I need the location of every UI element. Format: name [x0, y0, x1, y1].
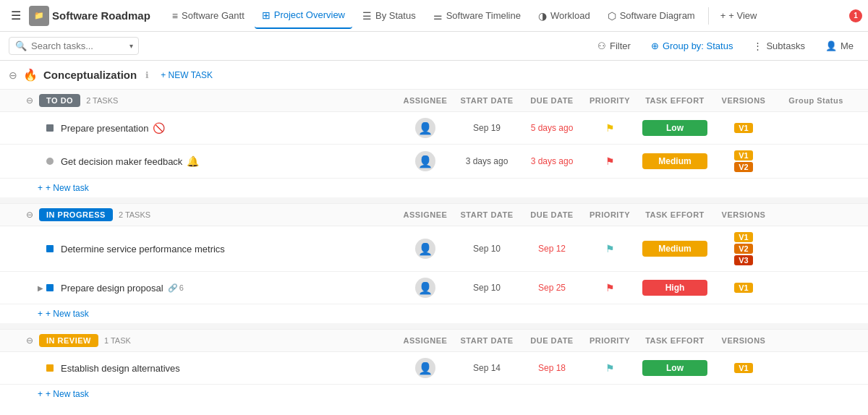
new-task-inprogress[interactable]: + + New task — [0, 304, 868, 323]
workload-icon: ◑ — [538, 10, 547, 22]
tab-overview[interactable]: ⊞ Project Overview — [255, 3, 352, 29]
task-effort[interactable]: Low — [635, 120, 715, 136]
tab-diagram[interactable]: ⬡ Software Diagram — [600, 3, 702, 29]
task-effort[interactable]: Low — [635, 360, 715, 376]
col-header-priority: PRIORITY — [584, 96, 635, 105]
group-inreview-toggle[interactable]: ⊖ — [26, 335, 33, 346]
tab-gantt[interactable]: ≡ Software Gantt — [165, 3, 252, 29]
task-expand-icon[interactable]: ▶ — [38, 284, 43, 292]
tab-workload[interactable]: ◑ Workload — [531, 3, 597, 29]
task-name[interactable]: Prepare presentation 🚫 — [61, 122, 396, 134]
version-badge-v1[interactable]: V1 — [734, 150, 752, 161]
task-startdate: 3 days ago — [454, 156, 519, 166]
version-badges: V1 — [715, 363, 773, 373]
priority-flag-icon: ⚑ — [605, 282, 615, 294]
tab-timeline[interactable]: ⚌ Software Timeline — [426, 3, 528, 29]
section-info-icon[interactable]: ℹ — [145, 70, 149, 80]
timeline-icon: ⚌ — [433, 10, 443, 22]
task-row[interactable]: ▶ Establish design alternatives 👤 Sep 14… — [0, 352, 868, 385]
effort-badge[interactable]: Low — [642, 360, 707, 376]
task-priority: ⚑ — [584, 122, 635, 134]
task-effort[interactable]: Medium — [635, 153, 715, 169]
task-versions: V1 — [715, 123, 773, 133]
me-button[interactable]: 👤 Me — [820, 38, 859, 54]
col-header-priority3: PRIORITY — [584, 336, 635, 345]
priority-flag-icon: ⚑ — [605, 122, 615, 134]
inreview-task-count: 1 TASK — [104, 336, 131, 345]
task-priority: ⚑ — [584, 243, 635, 254]
new-task-todo[interactable]: + + New task — [0, 179, 868, 197]
task-row[interactable]: ▶ Prepare design proposal 🔗 6 👤 Sep 10 S… — [0, 272, 868, 304]
inreview-col-headers: ASSIGNEE START DATE DUE DATE PRIORITY TA… — [396, 336, 859, 345]
version-badge-v1[interactable]: V1 — [734, 232, 752, 242]
task-effort[interactable]: High — [635, 280, 715, 296]
task-row[interactable]: ▶ Prepare presentation 🚫 👤 Sep 19 5 days… — [0, 112, 868, 145]
task-assignee: 👤 — [396, 239, 454, 259]
task-cols: 👤 Sep 19 5 days ago ⚑ Low V1 — [396, 118, 859, 138]
version-badge-v2[interactable]: V2 — [734, 244, 752, 254]
task-bell-icon: 🔔 — [187, 155, 199, 167]
version-badge-v1[interactable]: V1 — [734, 123, 752, 133]
task-row[interactable]: ▶ Get decision maker feedback 🔔 👤 3 days… — [0, 145, 868, 179]
notification-badge[interactable]: 1 — [849, 9, 862, 22]
col-header-startdate: START DATE — [454, 96, 519, 105]
add-view-button[interactable]: + + View — [715, 7, 763, 24]
search-input[interactable] — [31, 40, 125, 51]
version-badge-v3[interactable]: V3 — [734, 255, 752, 265]
task-effort[interactable]: Medium — [635, 241, 715, 257]
nav-separator — [708, 7, 709, 25]
task-row[interactable]: ▶ Determine service performance metrics … — [0, 226, 868, 272]
group-by-button[interactable]: ⊕ Group by: Status — [645, 38, 739, 54]
effort-badge[interactable]: Low — [642, 120, 707, 136]
section-emoji: 🔥 — [23, 68, 38, 82]
filter-button[interactable]: ⚇ Filter — [592, 38, 637, 54]
task-cols: 👤 Sep 10 Sep 25 ⚑ High V1 — [396, 278, 859, 298]
version-badge-v2[interactable]: V2 — [734, 162, 752, 172]
subtasks-button[interactable]: ⋮ Subtasks — [747, 38, 810, 54]
avatar: 👤 — [415, 239, 435, 259]
col-header-duedate2: DUE DATE — [519, 210, 584, 219]
version-badges: V1 V2 V3 — [715, 232, 773, 265]
group-inprogress: ⊖ IN PROGRESS 2 TASKS ASSIGNEE START DAT… — [0, 203, 868, 323]
col-header-effort3: TASK EFFORT — [635, 336, 715, 345]
avatar-icon: 👤 — [418, 155, 433, 168]
avatar-icon: 👤 — [418, 242, 433, 256]
group-todo-toggle[interactable]: ⊖ — [26, 95, 33, 106]
task-name[interactable]: Determine service performance metrics — [61, 244, 396, 254]
col-header-assignee3: ASSIGNEE — [396, 336, 454, 345]
col-header-effort: TASK EFFORT — [635, 96, 715, 105]
me-icon: 👤 — [825, 40, 837, 51]
section-divider-2 — [0, 323, 868, 329]
group-inreview: ⊖ IN REVIEW 1 TASK ASSIGNEE START DATE D… — [0, 329, 868, 403]
version-badge-v1[interactable]: V1 — [734, 283, 752, 293]
group-todo-header: ⊖ TO DO 2 TASKS ASSIGNEE START DATE DUE … — [0, 89, 868, 112]
task-startdate: Sep 10 — [454, 283, 519, 293]
task-name[interactable]: Establish design alternatives — [61, 363, 396, 374]
top-nav: ☰ 📁 Software Roadmap ≡ Software Gantt ⊞ … — [0, 0, 868, 32]
search-box[interactable]: 🔍 ▾ — [9, 37, 139, 55]
task-duedate: Sep 25 — [519, 283, 584, 293]
subtask-count: 🔗 6 — [168, 283, 184, 293]
version-badge-v1[interactable]: V1 — [734, 363, 752, 373]
new-task-inreview[interactable]: + + New task — [0, 385, 868, 403]
priority-flag-icon: ⚑ — [605, 243, 615, 254]
task-assignee: 👤 — [396, 118, 454, 138]
section-toggle-icon[interactable]: ⊖ — [9, 69, 17, 81]
task-name[interactable]: Get decision maker feedback 🔔 — [61, 155, 396, 167]
task-name[interactable]: Prepare design proposal 🔗 6 — [61, 283, 396, 294]
task-duedate: Sep 18 — [519, 363, 584, 373]
task-priority: ⚑ — [584, 155, 635, 167]
task-startdate: Sep 19 — [454, 123, 519, 133]
dropdown-arrow-icon[interactable]: ▾ — [129, 42, 133, 50]
col-header-assignee2: ASSIGNEE — [396, 210, 454, 219]
group-inprogress-toggle[interactable]: ⊖ — [26, 210, 33, 220]
diagram-icon: ⬡ — [608, 10, 616, 22]
col-header-startdate2: START DATE — [454, 210, 519, 219]
task-dot — [46, 364, 54, 372]
tab-status[interactable]: ☰ By Status — [355, 3, 423, 29]
effort-badge[interactable]: Medium — [642, 241, 707, 257]
effort-badge[interactable]: Medium — [642, 153, 707, 169]
new-task-button[interactable]: + NEW TASK — [161, 70, 213, 80]
hamburger-icon[interactable]: ☰ — [6, 6, 26, 26]
effort-badge[interactable]: High — [642, 280, 707, 296]
